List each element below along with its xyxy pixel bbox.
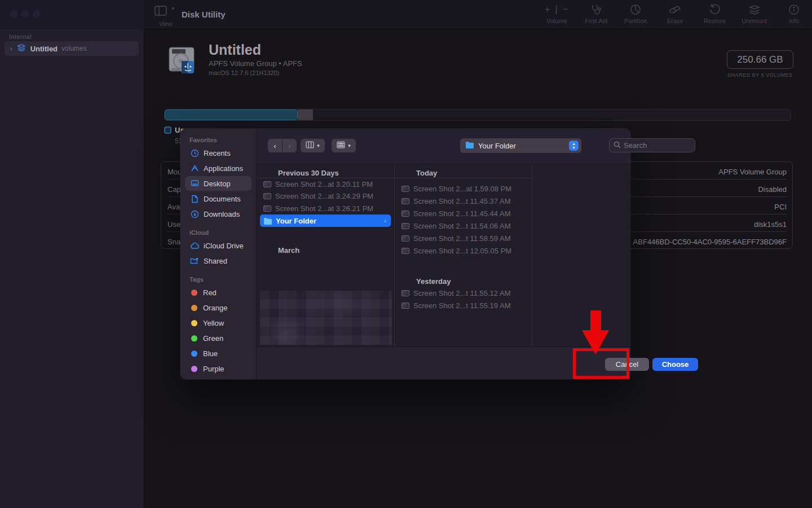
volume-stack-icon — [17, 43, 26, 54]
group-header: Previous 30 Days — [278, 169, 339, 177]
usage-segment-other — [298, 110, 313, 120]
folder-dropdown[interactable]: Your Folder ▲▼ — [460, 138, 581, 153]
desktop-icon — [189, 179, 200, 188]
group-view-icon — [337, 141, 345, 151]
zoom-window-button[interactable] — [33, 10, 41, 18]
sidebar-item-shared[interactable]: Shared — [185, 253, 251, 268]
restore-button[interactable]: Restore — [702, 3, 727, 24]
tag-green[interactable]: Green — [185, 331, 251, 345]
sidebar-item-icloud-drive[interactable]: iCloud Drive — [185, 238, 251, 253]
applications-icon — [189, 164, 200, 173]
title-bar-sidebar-zone — [0, 0, 144, 29]
volume-subtitle: APFS Volume Group • APFS — [209, 59, 302, 68]
folder-dropdown-value: Your Folder — [478, 142, 516, 150]
volume-button[interactable]: + | − Volume — [544, 3, 569, 24]
info-button[interactable]: Info — [782, 3, 806, 24]
file-browser: Previous 30 Days Screen Shot 2...at 3.20… — [257, 164, 630, 347]
sidebar-item-suffix: volumes — [61, 45, 87, 52]
search-icon — [614, 141, 621, 151]
favorites-header: Favorites — [189, 137, 256, 143]
close-window-button[interactable] — [10, 10, 18, 18]
unmount-stack-icon — [748, 3, 761, 16]
screenshot-thumbnail-icon — [401, 290, 409, 296]
chevron-down-icon: ▾ — [317, 143, 320, 148]
selected-folder-row[interactable]: Your Folder › — [260, 214, 391, 227]
sidebar-item-recents[interactable]: Recents — [185, 146, 251, 160]
file-item[interactable]: Screen Shot 2...at 3.20.11 PM — [260, 178, 391, 190]
back-button[interactable]: ‹ — [268, 139, 282, 152]
file-item[interactable]: Screen Shot 2...t 11.55.12 AM — [398, 287, 528, 299]
info-label: Use — [167, 220, 180, 229]
volume-icon: + | − — [545, 3, 570, 16]
minimize-window-button[interactable] — [21, 10, 29, 18]
view-label: View — [159, 20, 173, 27]
green-tag-icon — [191, 335, 197, 341]
folder-icon — [465, 141, 474, 151]
info-label: Mou — [167, 168, 182, 176]
file-item[interactable]: Screen Shot 2...t 11.45.44 AM — [398, 208, 528, 220]
tag-red[interactable]: Red — [185, 285, 251, 300]
file-item[interactable]: Screen Shot 2...t 11.55.19 AM — [398, 300, 528, 312]
search-input[interactable] — [624, 141, 686, 150]
partition-button[interactable]: Partition — [623, 3, 648, 24]
legend-used-swatch — [164, 126, 171, 134]
sidebar-item-untitled-volume[interactable]: › Untitled volumes — [5, 41, 139, 56]
tag-yellow[interactable]: Yellow — [185, 316, 251, 330]
sidebar-item-desktop[interactable]: Desktop — [185, 176, 251, 191]
group-view-button[interactable]: ▾ — [332, 139, 356, 152]
dialog-sidebar: Favorites Recents Applications Desktop D… — [180, 129, 257, 379]
file-item[interactable]: Screen Shot 2...t 12.05.05 PM — [398, 245, 528, 257]
sidebar-item-downloads[interactable]: Downloads — [185, 207, 251, 221]
screenshot-thumbnail-icon — [263, 181, 271, 187]
erase-button[interactable]: Erase — [663, 3, 687, 24]
dropdown-stepper-icon: ▲▼ — [569, 141, 579, 151]
sidebar-item-applications[interactable]: Applications — [185, 161, 251, 176]
disclosure-chevron-icon[interactable]: › — [10, 45, 12, 52]
info-icon — [788, 3, 800, 16]
first-aid-button[interactable]: First Aid — [584, 3, 608, 24]
view-menu-button[interactable]: ▾ View — [155, 6, 174, 18]
sidebar-section-internal: Internal — [9, 33, 32, 40]
file-item[interactable]: Screen Shot 2...t 11.54.06 AM — [398, 220, 528, 232]
annotation-arrow-shaft — [590, 310, 601, 331]
group-header: March — [278, 246, 299, 255]
screenshot-thumbnail-icon — [401, 303, 409, 309]
sidebar-item-name: Untitled — [30, 45, 58, 53]
unmount-button[interactable]: Unmount — [742, 3, 767, 24]
column-view-icon — [306, 141, 314, 151]
search-field[interactable] — [609, 138, 695, 152]
clock-icon — [189, 148, 200, 157]
choose-button[interactable]: Choose — [652, 358, 698, 371]
chevron-down-icon: ▾ — [171, 6, 174, 11]
screenshot-thumbnail-icon — [263, 193, 271, 199]
title-bar: ▾ View Disk Utility + | − Volume First A… — [0, 0, 812, 29]
blue-tag-icon — [191, 351, 197, 357]
file-item[interactable]: Screen Shot 2...t 11.45.37 AM — [398, 195, 528, 207]
stethoscope-icon — [590, 3, 602, 16]
group-header: Today — [416, 169, 437, 177]
file-item[interactable]: Screen Shot 2...t 11.58.59 AM — [398, 233, 528, 244]
file-item[interactable]: Screen Shot 2...at 1.59.08 PM — [398, 183, 528, 195]
sidebar-toggle-icon — [155, 6, 167, 18]
purple-tag-icon — [191, 366, 197, 372]
pie-chart-icon — [629, 3, 642, 16]
chevron-down-icon: ▾ — [348, 143, 351, 148]
group-header: Yesterday — [416, 277, 451, 286]
tag-orange[interactable]: Orange — [185, 300, 251, 315]
annotation-highlight-rectangle — [573, 348, 629, 379]
info-label: Sna — [167, 238, 180, 246]
tag-blue[interactable]: Blue — [185, 346, 251, 361]
forward-button[interactable]: › — [283, 139, 297, 152]
column-view-button[interactable]: ▾ — [301, 139, 325, 152]
tag-purple[interactable]: Purple — [185, 361, 251, 376]
file-item[interactable]: Screen Shot 2...at 3.26.21 PM — [260, 203, 391, 214]
sidebar-item-documents[interactable]: Documents — [185, 191, 251, 206]
file-column-2: Today Screen Shot 2...at 1.59.08 PM Scre… — [395, 164, 532, 347]
file-item[interactable]: Screen Shot 2...at 3.24.29 PM — [260, 190, 391, 202]
download-circle-icon — [189, 209, 200, 218]
file-column-1: Previous 30 Days Screen Shot 2...at 3.20… — [257, 164, 395, 347]
screenshot-thumbnail-icon — [401, 223, 409, 229]
restore-arrow-icon — [708, 3, 721, 16]
cloud-icon — [189, 241, 200, 250]
document-icon — [189, 194, 200, 203]
